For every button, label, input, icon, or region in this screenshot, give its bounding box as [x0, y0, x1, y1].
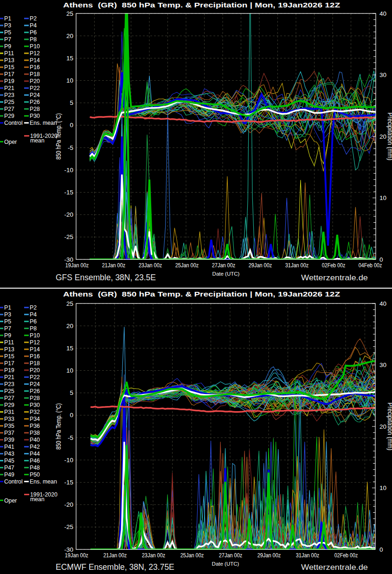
- svg-text:P22: P22: [30, 85, 40, 91]
- svg-text:P40: P40: [30, 437, 40, 443]
- svg-text:P33: P33: [4, 416, 14, 422]
- svg-text:10: 10: [379, 484, 386, 491]
- svg-text:P26: P26: [30, 388, 40, 394]
- svg-text:29Jan 00z: 29Jan 00z: [249, 262, 272, 269]
- svg-text:-15: -15: [64, 189, 73, 196]
- svg-text:-5: -5: [68, 434, 73, 441]
- svg-text:P16: P16: [30, 64, 40, 71]
- svg-text:P49: P49: [4, 471, 14, 478]
- svg-text:10: 10: [66, 367, 73, 374]
- svg-text:P6: P6: [30, 318, 37, 325]
- svg-text:P34: P34: [30, 416, 40, 422]
- svg-text:-10: -10: [64, 457, 73, 464]
- svg-text:P1: P1: [4, 304, 11, 311]
- svg-text:P29: P29: [4, 113, 14, 119]
- svg-text:40: 40: [379, 10, 386, 17]
- svg-text:40: 40: [379, 300, 386, 307]
- svg-text:P5: P5: [4, 318, 11, 325]
- svg-text:Control: Control: [4, 120, 23, 126]
- svg-text:P25: P25: [4, 388, 14, 394]
- svg-text:P5: P5: [4, 29, 11, 36]
- svg-text:Oper: Oper: [4, 139, 17, 145]
- svg-text:-20: -20: [64, 211, 73, 218]
- svg-text:P12: P12: [30, 50, 40, 57]
- svg-text:-25: -25: [64, 523, 73, 530]
- svg-text:P23: P23: [4, 381, 14, 387]
- svg-text:30: 30: [379, 71, 386, 78]
- svg-text:P19: P19: [4, 367, 14, 374]
- svg-text:P15: P15: [4, 64, 14, 71]
- svg-text:P44: P44: [30, 451, 40, 457]
- svg-text:GFS Ensemble, 38N, 23.5E: GFS Ensemble, 38N, 23.5E: [56, 273, 156, 282]
- svg-text:P30: P30: [30, 113, 40, 119]
- svg-text:20: 20: [66, 322, 73, 329]
- svg-text:P19: P19: [4, 78, 14, 84]
- svg-text:27Jan 00z: 27Jan 00z: [219, 552, 243, 559]
- svg-text:P3: P3: [4, 311, 11, 318]
- svg-text:P24: P24: [30, 92, 40, 98]
- svg-text:P25: P25: [4, 99, 14, 105]
- svg-text:31Jan 00z: 31Jan 00z: [296, 552, 320, 559]
- svg-text:850 hPa Temp. (°C): 850 hPa Temp. (°C): [55, 403, 62, 450]
- svg-text:P10: P10: [30, 332, 40, 339]
- svg-text:P29: P29: [4, 402, 14, 408]
- svg-text:P37: P37: [4, 430, 14, 436]
- svg-text:10: 10: [66, 77, 73, 84]
- svg-text:P24: P24: [30, 381, 40, 387]
- svg-text:P27: P27: [4, 106, 14, 112]
- svg-text:19Jan 00z: 19Jan 00z: [65, 552, 89, 559]
- svg-text:P42: P42: [30, 444, 40, 450]
- svg-text:P8: P8: [30, 36, 37, 43]
- svg-text:-10: -10: [64, 167, 73, 174]
- svg-text:25Jan 00z: 25Jan 00z: [175, 262, 199, 269]
- svg-text:27Jan 00z: 27Jan 00z: [212, 262, 236, 269]
- svg-text:P31: P31: [4, 409, 14, 415]
- svg-text:19Jan 00z: 19Jan 00z: [65, 262, 89, 269]
- svg-text:P13: P13: [4, 346, 14, 353]
- svg-text:P45: P45: [4, 458, 14, 464]
- svg-text:04Feb 00z: 04Feb 00z: [359, 262, 382, 269]
- svg-text:21Jan 00z: 21Jan 00z: [102, 262, 126, 269]
- svg-text:P28: P28: [30, 106, 40, 112]
- svg-text:15: 15: [66, 55, 73, 62]
- svg-text:29Jan 00z: 29Jan 00z: [257, 552, 281, 559]
- svg-text:25Jan 00z: 25Jan 00z: [180, 552, 204, 559]
- svg-text:P27: P27: [4, 395, 14, 401]
- svg-text:P48: P48: [30, 464, 40, 471]
- svg-text:23Jan 00z: 23Jan 00z: [142, 552, 166, 559]
- svg-text:5: 5: [70, 389, 73, 396]
- svg-text:25: 25: [66, 10, 73, 17]
- svg-text:Athens (GR) 850 hPa Temp. &: Athens (GR) 850 hPa Temp. & Precipitatio…: [63, 1, 340, 9]
- svg-text:Precipitation (mm): Precipitation (mm): [386, 403, 392, 451]
- svg-text:P6: P6: [30, 29, 37, 36]
- svg-text:20: 20: [379, 133, 386, 140]
- svg-text:P14: P14: [30, 346, 40, 353]
- svg-text:-25: -25: [64, 233, 73, 240]
- svg-text:0: 0: [70, 412, 73, 419]
- svg-text:Wetterzentrale.de: Wetterzentrale.de: [301, 273, 368, 282]
- svg-text:P16: P16: [30, 353, 40, 360]
- svg-text:Athens (GR) 850 hPa Temp. &: Athens (GR) 850 hPa Temp. & Precipitatio…: [63, 290, 340, 298]
- svg-text:Control: Control: [4, 478, 23, 485]
- svg-text:P21: P21: [4, 85, 14, 91]
- svg-text:23Jan 00z: 23Jan 00z: [139, 262, 162, 269]
- svg-text:mean: mean: [30, 137, 45, 144]
- svg-text:P4: P4: [30, 22, 37, 29]
- svg-text:P32: P32: [30, 409, 40, 415]
- svg-text:P7: P7: [4, 36, 11, 43]
- svg-text:P15: P15: [4, 353, 14, 360]
- svg-text:20: 20: [66, 32, 73, 39]
- svg-text:P14: P14: [30, 57, 40, 64]
- svg-text:P22: P22: [30, 374, 40, 381]
- svg-text:P20: P20: [30, 78, 40, 84]
- svg-text:P11: P11: [4, 339, 14, 346]
- svg-text:P47: P47: [4, 464, 14, 471]
- svg-text:21Jan 00z: 21Jan 00z: [103, 552, 127, 559]
- svg-text:P30: P30: [30, 402, 40, 408]
- svg-text:P18: P18: [30, 360, 40, 367]
- svg-text:P41: P41: [4, 444, 14, 450]
- svg-text:P17: P17: [4, 360, 14, 367]
- svg-text:25: 25: [66, 300, 73, 307]
- svg-text:P8: P8: [30, 325, 37, 332]
- svg-text:-20: -20: [64, 501, 73, 508]
